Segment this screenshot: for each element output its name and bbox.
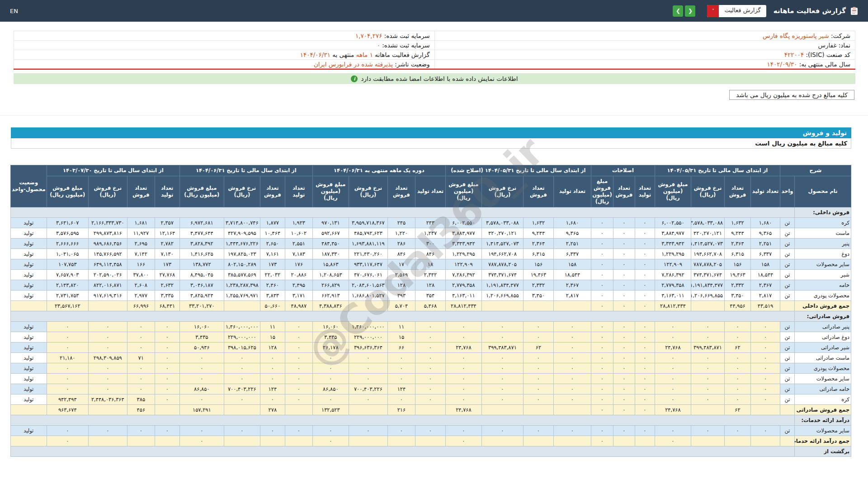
value-cell: ۰	[349, 425, 387, 436]
section-filler	[10, 415, 794, 425]
product-name: جمع فروش داخلی	[795, 300, 851, 311]
table-row: خامه صادراتیتن۰۰۰۰۰۰۰۰۰۰۰۰۱۲۴۷۰۰,۴۰۳,۲۲۶…	[10, 384, 851, 394]
column-group-header: دوره یک ماهه منتهی به ۱۴۰۴/۰۶/۳۱	[312, 165, 445, 176]
value-cell: ۰	[285, 363, 312, 373]
product-name: سایر محصولات	[795, 373, 851, 384]
value-cell: ۳۹۹,۴۸۳,۸۷۱	[691, 342, 724, 352]
value-cell: ۰	[387, 352, 415, 363]
value-cell: ۳۸۵,۵۷۷,۵۶۹	[224, 269, 260, 280]
value-cell: ۰	[691, 373, 724, 384]
value-cell: ۰	[523, 321, 553, 332]
value-cell: ۰	[260, 425, 285, 436]
value-cell: ۷,۱۳۰	[155, 249, 179, 259]
value-cell: ۰	[591, 238, 613, 249]
value-cell: ۹,۲۴۴	[523, 228, 553, 238]
column-header: تعداد تولید	[415, 176, 445, 207]
value-cell: ۰	[750, 352, 780, 363]
status-cell: تولید	[10, 290, 47, 300]
value-cell: ۰	[635, 269, 655, 280]
value-cell: ۹۴۲,۴۹۴	[47, 394, 88, 404]
value-cell: ۱,۴۱۴,۵۲۷,۰۷۳	[481, 238, 523, 249]
value-cell: ۷۸۷,۸۷۸,۲۰۵	[691, 259, 724, 269]
value-cell: ۱,۱۹۱,۸۳۴,۴۷۷	[481, 280, 523, 290]
column-header: تعداد تولید	[155, 176, 179, 207]
value-cell: ۰	[591, 394, 613, 404]
value-cell: ۰	[260, 363, 285, 373]
product-name: سایر محصولات	[795, 425, 851, 436]
value-cell: ۰	[285, 384, 312, 394]
value-cell: ۱۵	[387, 332, 415, 342]
value-cell: ۳۸۵	[127, 394, 155, 404]
value-cell: ۰	[224, 373, 260, 384]
value-cell: ۲,۳۴۲	[415, 269, 445, 280]
value-cell: ۰	[613, 280, 635, 290]
value-cell: ۳,۸۸۴,۹۷۷	[655, 228, 691, 238]
info-cell-right: نماد: غفارس	[434, 41, 855, 50]
value-cell: ۲,۳۳۲	[724, 280, 750, 290]
value-cell: ۱,۴۱۶,۶۲۵	[179, 249, 224, 259]
value-cell: ۱۹,۴۶۳	[724, 269, 750, 280]
value-cell: ۰	[349, 373, 387, 384]
product-name: محصولات پودری	[795, 363, 851, 373]
value-cell: ۱۱,۹۲۷	[127, 228, 155, 238]
unit-cell: تن	[780, 373, 794, 384]
value-cell: ۰	[481, 425, 523, 436]
unit-cell	[780, 436, 794, 446]
info-value: غفارس	[818, 42, 836, 49]
value-cell: ۰	[312, 425, 349, 436]
unit-cell	[780, 404, 794, 415]
value-cell: ۰	[553, 363, 591, 373]
value-cell: ۰	[415, 384, 445, 394]
value-cell: ۳,۸۲۸,۳۹۲	[179, 238, 224, 249]
value-cell: ۰	[591, 363, 613, 373]
value-cell: ۳,۷۱۴,۸۰۰,۷۴۶	[224, 217, 260, 228]
column-group-header: اصلاحات	[591, 165, 655, 176]
value-cell	[415, 404, 445, 415]
table-row: سایر محصولاتتن۱۵۸۱۵۶۷۸۷,۸۷۸,۲۰۵۱۲۲,۹۰۹۰۰…	[10, 259, 851, 269]
value-cell: ۱۵۸	[553, 259, 591, 269]
value-cell: ۸,۴۹۵,۰۴۵	[179, 269, 224, 280]
product-name: جمع فروش صادراتی	[795, 404, 851, 415]
language-toggle[interactable]: EN	[10, 8, 18, 14]
value-cell: ۰	[613, 352, 635, 363]
value-cell: ۱۵۸	[750, 259, 780, 269]
value-cell: ۳۰۰	[415, 238, 445, 249]
value-cell: ۰	[591, 352, 613, 363]
value-cell: ۴,۸۲۵,۹۲۴	[179, 290, 224, 300]
value-cell: ۲,۱۶۶,۳۳۳,۷۳۰	[88, 217, 127, 228]
value-cell: ۱۲۸	[415, 280, 445, 290]
value-cell: ۳۵۴	[415, 290, 445, 300]
next-report-button[interactable]: ❯	[673, 5, 683, 17]
product-name: شیر	[795, 269, 851, 280]
info-label: منتهی به	[330, 51, 356, 58]
info-cell-right: سال مالی منتهی به: ۱۴۰۲/۰۹/۳۰	[434, 60, 855, 70]
sub-header-row: نام محصولواحدتعداد تولیدتعداد فروشنرخ فر…	[10, 176, 851, 207]
value-cell: ۰	[415, 342, 445, 352]
product-name: دوغ	[795, 249, 851, 259]
value-cell: ۱۸,۵۴۴	[750, 269, 780, 280]
value-cell: ۰	[415, 394, 445, 404]
value-cell	[285, 404, 312, 415]
info-row: شرکت: شیر پاستوریزه پگاه فارسسرمایه ثبت …	[14, 31, 855, 41]
value-cell: ۰	[445, 425, 481, 436]
info-cell-right: شرکت: شیر پاستوریزه پگاه فارس	[434, 31, 855, 41]
value-cell: ۲,۳۶۷	[750, 280, 780, 290]
value-cell: ۱۸	[415, 259, 445, 269]
value-cell: ۰	[481, 363, 523, 373]
report-type-dropdown[interactable]: گزارش فعالیت ˅	[707, 5, 766, 17]
value-cell: ۰	[155, 332, 179, 342]
value-cell: ۰	[88, 425, 127, 436]
value-cell: ۴۸۴,۴۵۰	[312, 238, 349, 249]
production-sales-table: شرحاز ابتدای سال مالی تا تاریخ ۱۴۰۴/۰۵/۳…	[10, 165, 851, 457]
section-label: درآمد ارائه خدمات:	[795, 415, 851, 425]
value-cell: ۳,۶۴۱,۶۰۷	[47, 217, 88, 228]
value-cell: ۷,۱۸۳	[285, 249, 312, 259]
value-cell: ۱۰,۶۰۲	[285, 228, 312, 238]
value-cell: ۰	[88, 332, 127, 342]
group-header-row: شرحاز ابتدای سال مالی تا تاریخ ۱۴۰۴/۰۵/۳…	[10, 165, 851, 176]
info-value: ۱,۷۰۴,۲۷۶	[355, 32, 382, 39]
status-cell: تولید	[10, 280, 47, 290]
value-cell: ۶,۳۳۷	[553, 249, 591, 259]
value-cell	[127, 436, 155, 446]
previous-report-button[interactable]: ❮	[685, 5, 695, 17]
